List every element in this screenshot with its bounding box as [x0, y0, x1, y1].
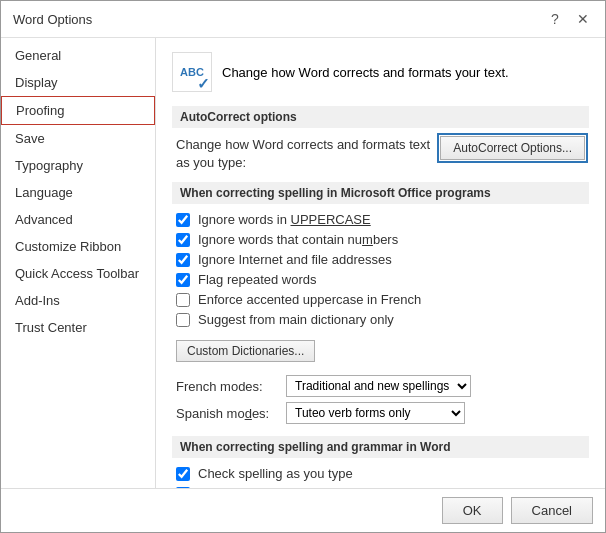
french-modes-row: French modes: Traditional and new spelli…: [176, 375, 585, 397]
spanish-modes-select[interactable]: Tuteo verb forms only Voseo verb forms o…: [286, 402, 465, 424]
ignore-numbers-checkbox[interactable]: [176, 233, 190, 247]
sidebar-item-general[interactable]: General: [1, 42, 155, 69]
spelling-checkboxes: Ignore words in UPPERCASE Ignore words t…: [172, 212, 589, 327]
spelling-section-title: When correcting spelling in Microsoft Of…: [172, 182, 589, 204]
ignore-numbers-label[interactable]: Ignore words that contain numbers: [198, 232, 398, 247]
main-content-area: ABC ✓ Change how Word corrects and forma…: [156, 38, 605, 488]
autocorrect-row: Change how Word corrects and formats tex…: [172, 136, 589, 172]
abc-icon: ABC ✓: [172, 52, 212, 92]
checkbox-ignore-uppercase: Ignore words in UPPERCASE: [176, 212, 585, 227]
sidebar-item-customize-ribbon[interactable]: Customize Ribbon: [1, 233, 155, 260]
flag-repeated-label[interactable]: Flag repeated words: [198, 272, 317, 287]
custom-dictionaries-button[interactable]: Custom Dictionaries...: [176, 340, 315, 362]
checkbox-suggest-main: Suggest from main dictionary only: [176, 312, 585, 327]
checkbox-flag-repeated: Flag repeated words: [176, 272, 585, 287]
sidebar-item-display[interactable]: Display: [1, 69, 155, 96]
checkbox-ignore-numbers: Ignore words that contain numbers: [176, 232, 585, 247]
grammar-item-check-spelling: Check spelling as you type: [172, 466, 589, 481]
sidebar-item-trust-center[interactable]: Trust Center: [1, 314, 155, 341]
sidebar: General Display Proofing Save Typography…: [1, 38, 156, 488]
cancel-button[interactable]: Cancel: [511, 497, 593, 524]
uppercase-underline: UPPERCASE: [291, 212, 371, 227]
checkbox-enforce-french: Enforce accented uppercase in French: [176, 292, 585, 307]
header-section: ABC ✓ Change how Word corrects and forma…: [172, 52, 589, 92]
title-bar: Word Options ? ✕: [1, 1, 605, 38]
spanish-modes-label: Spanish modes:: [176, 406, 276, 421]
word-options-dialog: Word Options ? ✕ General Display Proofin…: [0, 0, 606, 533]
sidebar-item-save[interactable]: Save: [1, 125, 155, 152]
autocorrect-section-title: AutoCorrect options: [172, 106, 589, 128]
enforce-french-checkbox[interactable]: [176, 293, 190, 307]
sidebar-item-add-ins[interactable]: Add-Ins: [1, 287, 155, 314]
autocorrect-options-button[interactable]: AutoCorrect Options...: [440, 136, 585, 160]
enforce-french-label[interactable]: Enforce accented uppercase in French: [198, 292, 421, 307]
sidebar-item-proofing[interactable]: Proofing: [1, 96, 155, 125]
dialog-body: General Display Proofing Save Typography…: [1, 38, 605, 488]
french-modes-label: French modes:: [176, 379, 276, 394]
close-button[interactable]: ✕: [573, 9, 593, 29]
dialog-title: Word Options: [13, 12, 92, 27]
autocorrect-description: Change how Word corrects and formats tex…: [176, 136, 436, 172]
title-bar-buttons: ? ✕: [545, 9, 593, 29]
check-spelling-label[interactable]: Check spelling as you type: [198, 466, 353, 481]
ignore-internet-checkbox[interactable]: [176, 253, 190, 267]
ignore-uppercase-checkbox[interactable]: [176, 213, 190, 227]
suggest-main-checkbox[interactable]: [176, 313, 190, 327]
help-button[interactable]: ?: [545, 9, 565, 29]
main-panel: ABC ✓ Change how Word corrects and forma…: [156, 38, 605, 488]
ignore-uppercase-label[interactable]: Ignore words in UPPERCASE: [198, 212, 371, 227]
checkbox-ignore-internet: Ignore Internet and file addresses: [176, 252, 585, 267]
sidebar-item-typography[interactable]: Typography: [1, 152, 155, 179]
flag-repeated-checkbox[interactable]: [176, 273, 190, 287]
suggest-main-label[interactable]: Suggest from main dictionary only: [198, 312, 394, 327]
grammar-section-title: When correcting spelling and grammar in …: [172, 436, 589, 458]
sidebar-item-advanced[interactable]: Advanced: [1, 206, 155, 233]
ok-button[interactable]: OK: [442, 497, 503, 524]
sidebar-item-language[interactable]: Language: [1, 179, 155, 206]
grammar-section: When correcting spelling and grammar in …: [172, 436, 589, 488]
check-spelling-checkbox[interactable]: [176, 467, 190, 481]
sidebar-item-quick-access[interactable]: Quick Access Toolbar: [1, 260, 155, 287]
header-description: Change how Word corrects and formats you…: [222, 65, 509, 80]
footer-buttons: OK Cancel: [1, 488, 605, 532]
ignore-internet-label[interactable]: Ignore Internet and file addresses: [198, 252, 392, 267]
spanish-modes-row: Spanish modes: Tuteo verb forms only Vos…: [176, 402, 585, 424]
french-modes-select[interactable]: Traditional and new spellings Reformed s…: [286, 375, 471, 397]
checkmark-icon: ✓: [197, 76, 210, 91]
